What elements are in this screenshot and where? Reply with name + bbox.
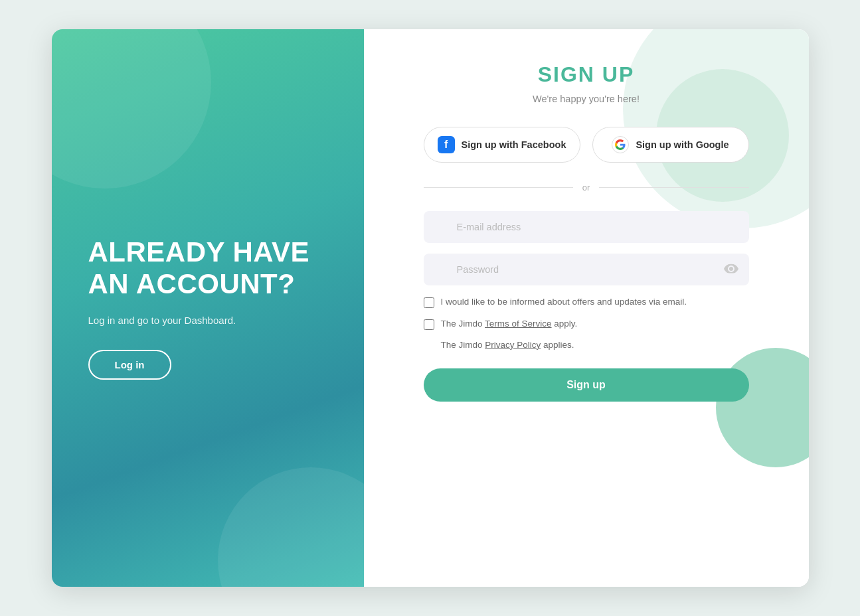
signup-button[interactable]: Sign up [424, 368, 749, 402]
newsletter-checkbox[interactable] [424, 297, 434, 308]
left-panel: ALREADY HAVE AN ACCOUNT? Log in and go t… [52, 29, 364, 587]
password-wrapper: 🔒 [424, 254, 749, 285]
signup-subtitle: We're happy you're here! [424, 94, 749, 104]
facebook-signup-button[interactable]: f Sign up with Facebook [424, 127, 580, 163]
divider-line-right [599, 187, 748, 188]
google-signup-button[interactable]: Sign up with Google [592, 127, 749, 163]
password-input[interactable] [424, 254, 749, 285]
privacy-suffix: applies. [541, 340, 574, 350]
already-account-heading: ALREADY HAVE AN ACCOUNT? [88, 236, 327, 301]
eye-icon[interactable] [724, 263, 738, 277]
social-buttons: f Sign up with Facebook Sign up with Goo… [424, 127, 749, 163]
tos-label: The Jimdo Terms of Service apply. [441, 318, 578, 331]
google-button-label: Sign up with Google [636, 139, 729, 150]
left-subtitle: Log in and go to your Dashboard. [88, 315, 236, 326]
tos-link[interactable]: Terms of Service [485, 319, 552, 329]
email-group: ✉ [424, 211, 749, 243]
signup-title: SIGN UP [424, 62, 749, 87]
divider-line-left [424, 187, 573, 188]
login-button[interactable]: Log in [88, 350, 171, 380]
password-group: 🔒 [424, 254, 749, 285]
privacy-link[interactable]: Privacy Policy [485, 340, 541, 350]
right-content: SIGN UP We're happy you're here! f Sign … [424, 62, 749, 402]
email-wrapper: ✉ [424, 211, 749, 243]
tos-prefix: The Jimdo [441, 319, 485, 329]
privacy-text: The Jimdo Privacy Policy applies. [441, 340, 749, 350]
main-card: ALREADY HAVE AN ACCOUNT? Log in and go t… [52, 29, 809, 587]
newsletter-label: I would like to be informed about offers… [441, 296, 687, 309]
newsletter-checkbox-row: I would like to be informed about offers… [424, 296, 749, 309]
or-divider: or [424, 183, 749, 193]
tos-checkbox-row: The Jimdo Terms of Service apply. [424, 318, 749, 331]
tos-suffix: apply. [552, 319, 578, 329]
right-panel: SIGN UP We're happy you're here! f Sign … [364, 29, 809, 587]
google-icon [612, 136, 629, 153]
facebook-button-label: Sign up with Facebook [462, 139, 566, 150]
email-input[interactable] [424, 211, 749, 243]
privacy-prefix: The Jimdo [441, 340, 485, 350]
or-text: or [582, 183, 590, 193]
facebook-icon: f [438, 136, 455, 153]
tos-checkbox[interactable] [424, 319, 434, 330]
